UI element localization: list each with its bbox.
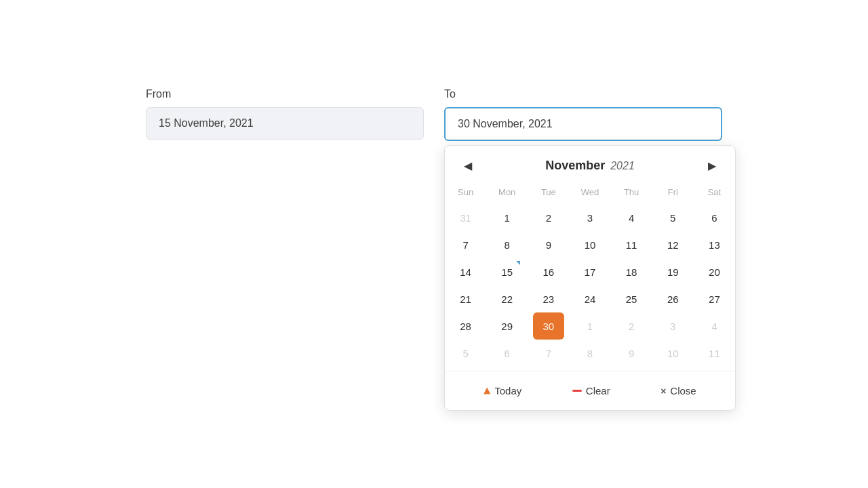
calendar-day[interactable]: 25	[616, 285, 647, 312]
calendar-day: 31	[450, 204, 481, 231]
calendar-day[interactable]: 15	[492, 258, 523, 285]
clear-icon	[572, 390, 582, 392]
calendar-grid: Sun Mon Tue Wed Thu Fri Sat 311234567891…	[445, 183, 735, 367]
calendar-day[interactable]: 20	[698, 258, 730, 285]
calendar-week-row: 2829301234	[445, 312, 735, 340]
calendar-day[interactable]: 26	[657, 285, 688, 312]
calendar-week-row: 78910111213	[445, 231, 735, 258]
weekday-thu: Thu	[611, 183, 652, 204]
calendar-day[interactable]: 22	[492, 285, 523, 312]
clear-label: Clear	[586, 385, 610, 396]
weekday-wed: Wed	[569, 183, 610, 204]
calendar-body: 3112345678910111213141516171819202122232…	[445, 204, 735, 367]
calendar-day: 8	[574, 340, 606, 367]
calendar-week-row: 567891011	[445, 340, 735, 367]
calendar-day[interactable]: 2	[533, 204, 564, 231]
calendar-day[interactable]: 12	[657, 231, 688, 258]
from-date-input[interactable]: 15 November, 2021	[146, 107, 424, 140]
calendar-day: 1	[574, 312, 606, 340]
calendar-week-row: 21222324252627	[445, 285, 735, 312]
today-label: Today	[494, 385, 521, 396]
calendar-day[interactable]: 10	[574, 231, 606, 258]
calendar-popup: ◀ November 2021 ▶ Sun Mon Tue Wed	[444, 145, 736, 411]
calendar-day: 2	[616, 312, 647, 340]
calendar-header: ◀ November 2021 ▶	[445, 157, 735, 183]
to-label: To	[444, 88, 722, 100]
weekday-header-row: Sun Mon Tue Wed Thu Fri Sat	[445, 183, 735, 204]
calendar-day[interactable]: 17	[574, 258, 606, 285]
date-fields-row: From 15 November, 2021 To 30 November, 2…	[146, 88, 722, 141]
clear-button[interactable]: Clear	[566, 381, 617, 401]
close-icon: ×	[660, 386, 666, 396]
calendar-day[interactable]: 4	[616, 204, 647, 231]
calendar-day: 6	[492, 340, 523, 367]
today-button[interactable]: Today	[477, 381, 528, 401]
calendar-day[interactable]: 1	[492, 204, 523, 231]
calendar-week-row: 31123456	[445, 204, 735, 231]
calendar-day[interactable]: 14	[450, 258, 481, 285]
from-label: From	[146, 88, 424, 100]
calendar-day: 10	[657, 340, 688, 367]
today-icon	[484, 388, 490, 394]
calendar-day[interactable]: 29	[492, 312, 523, 340]
calendar-day[interactable]: 30	[533, 312, 564, 340]
calendar-day[interactable]: 21	[450, 285, 481, 312]
calendar-day[interactable]: 23	[533, 285, 564, 312]
to-date-input[interactable]: 30 November, 2021	[444, 107, 722, 141]
calendar-day[interactable]: 27	[698, 285, 730, 312]
weekday-tue: Tue	[528, 183, 569, 204]
calendar-day[interactable]: 24	[574, 285, 606, 312]
calendar-day[interactable]: 3	[574, 204, 606, 231]
calendar-day[interactable]: 5	[657, 204, 688, 231]
weekday-sat: Sat	[694, 183, 735, 204]
to-field-group: To 30 November, 2021 ◀ November 2021 ▶	[444, 88, 722, 141]
month-year-display: November 2021	[545, 159, 635, 173]
from-field-group: From 15 November, 2021	[146, 88, 424, 140]
calendar-day: 7	[533, 340, 564, 367]
prev-month-button[interactable]: ◀	[458, 157, 477, 175]
calendar-day[interactable]: 19	[657, 258, 688, 285]
weekday-sun: Sun	[445, 183, 486, 204]
calendar-day: 3	[657, 312, 688, 340]
weekday-fri: Fri	[652, 183, 694, 204]
calendar-day: 11	[698, 340, 730, 367]
calendar-day[interactable]: 28	[450, 312, 481, 340]
calendar-day: 4	[698, 312, 730, 340]
calendar-month: November	[545, 159, 605, 173]
calendar-day[interactable]: 9	[533, 231, 564, 258]
close-button[interactable]: × Close	[654, 381, 703, 401]
calendar-week-row: 14151617181920	[445, 258, 735, 285]
calendar-footer: Today Clear × Close	[445, 371, 735, 410]
page-wrapper: From 15 November, 2021 To 30 November, 2…	[0, 0, 868, 141]
calendar-day: 5	[450, 340, 481, 367]
calendar-year: 2021	[610, 160, 635, 172]
calendar-day: 9	[616, 340, 647, 367]
calendar-day[interactable]: 7	[450, 231, 481, 258]
weekday-mon: Mon	[486, 183, 528, 204]
calendar-day[interactable]: 13	[698, 231, 730, 258]
next-month-button[interactable]: ▶	[703, 157, 722, 175]
calendar-day[interactable]: 11	[616, 231, 647, 258]
close-label: Close	[670, 385, 696, 396]
calendar-day[interactable]: 16	[533, 258, 564, 285]
calendar-day[interactable]: 6	[698, 204, 730, 231]
calendar-day[interactable]: 18	[616, 258, 647, 285]
calendar-day[interactable]: 8	[492, 231, 523, 258]
